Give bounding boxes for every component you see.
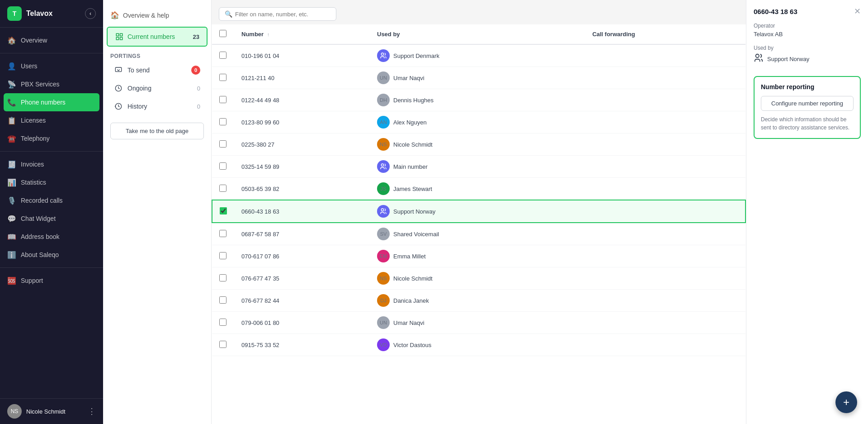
sidebar-item-address-book[interactable]: 📖 Address book xyxy=(0,228,103,246)
table-row[interactable]: 076-677 47 35 NS Nicole Schmidt xyxy=(212,267,745,290)
row-checkbox[interactable] xyxy=(219,252,226,259)
pbx-icon: 📡 xyxy=(7,80,16,89)
table-row[interactable]: 0122-44 49 48 DH Dennis Hughes xyxy=(212,89,745,111)
number-column-header[interactable]: Number ↑ xyxy=(234,24,370,44)
recorded-calls-icon: 🎙️ xyxy=(7,196,16,205)
table-row[interactable]: 0225-380 27 NS Nicole Schmidt xyxy=(212,133,745,156)
phone-icon: 📞 xyxy=(7,98,16,107)
used-by-section: Used by Support Norway xyxy=(754,45,861,65)
portings-to-send-item[interactable]: To send 0 xyxy=(107,61,208,79)
svg-point-8 xyxy=(381,164,383,166)
call-forwarding-cell xyxy=(585,245,745,267)
used-by-name: Shared Voicemail xyxy=(393,231,439,238)
row-checkbox[interactable] xyxy=(219,96,226,103)
sidebar-item-pbx-services[interactable]: 📡 PBX Services xyxy=(0,75,103,93)
sidebar-item-label: Invoices xyxy=(21,161,44,168)
sidebar-item-label: Licenses xyxy=(21,117,46,124)
sidebar-item-chat-widget[interactable]: 💬 Chat Widget xyxy=(0,210,103,228)
table-row[interactable]: 070-617 07 86 EM Emma Millet xyxy=(212,245,745,267)
user-avatar xyxy=(377,160,390,173)
user-avatar: NS xyxy=(377,138,390,151)
row-checkbox[interactable] xyxy=(219,230,226,237)
row-checkbox[interactable] xyxy=(219,319,226,326)
sidebar-item-telephony[interactable]: ☎️ Telephony xyxy=(0,129,103,148)
row-checkbox[interactable] xyxy=(219,74,226,81)
user-menu-button[interactable]: ⋮ xyxy=(88,406,96,416)
sidebar-item-label: Overview xyxy=(21,37,47,44)
used-by-label: Used by xyxy=(754,45,861,51)
sidebar-item-about-saleqo[interactable]: ℹ️ About Saleqo xyxy=(0,246,103,264)
close-button[interactable]: ✕ xyxy=(854,7,861,15)
sidebar-item-recorded-calls[interactable]: 🎙️ Recorded calls xyxy=(0,191,103,210)
sidebar-item-overview[interactable]: 🏠 Overview xyxy=(0,31,103,49)
row-checkbox[interactable] xyxy=(219,341,226,348)
sidebar-item-licenses[interactable]: 📋 Licenses xyxy=(0,111,103,129)
sidebar-header: T Telavox ‹ xyxy=(0,0,103,28)
sidebar-collapse-button[interactable]: ‹ xyxy=(85,8,96,19)
configure-number-reporting-button[interactable]: Configure number reporting xyxy=(761,96,854,111)
row-checkbox-cell xyxy=(212,178,234,200)
sidebar-item-label: Support xyxy=(21,277,43,284)
sidebar-footer: NS Nicole Schmidt ⋮ xyxy=(0,398,103,424)
row-checkbox[interactable] xyxy=(219,118,226,125)
table-row[interactable]: 0123-80 99 60 AN Alex Nguyen xyxy=(212,111,745,133)
used-by-name: James Stewart xyxy=(393,186,432,192)
used-by-name: Emma Millet xyxy=(393,253,426,260)
row-checkbox[interactable] xyxy=(219,52,226,59)
row-checkbox-cell xyxy=(212,223,234,245)
used-by-cell: VD Victor Dastous xyxy=(370,334,585,356)
table-row[interactable]: 0121-211 40 UN Umar Naqvi xyxy=(212,67,745,89)
portings-ongoing-item[interactable]: Ongoing 0 xyxy=(107,79,208,97)
current-numbers-icon xyxy=(115,32,124,41)
table-row[interactable]: 0325-14 59 89 Main number xyxy=(212,156,745,178)
sort-icon: ↑ xyxy=(267,32,270,37)
select-all-checkbox[interactable] xyxy=(219,30,226,37)
used-by-name: Support Norway xyxy=(393,208,435,215)
row-checkbox[interactable] xyxy=(219,140,226,148)
row-checkbox[interactable] xyxy=(219,274,226,281)
row-checkbox[interactable] xyxy=(219,162,226,170)
sidebar-item-users[interactable]: 👤 Users xyxy=(0,57,103,75)
sidebar-item-statistics[interactable]: 📊 Statistics xyxy=(0,173,103,191)
used-by-name: Dennis Hughes xyxy=(393,97,434,104)
sidebar-item-phone-numbers[interactable]: 📞 Phone numbers xyxy=(4,93,99,111)
current-numbers-item[interactable]: Current numbers 23 xyxy=(107,27,208,47)
row-checkbox[interactable] xyxy=(219,185,226,192)
licenses-icon: 📋 xyxy=(7,116,16,125)
operator-label: Operator xyxy=(754,23,861,29)
table-row[interactable]: 0660-43 18 63 Support Norway xyxy=(212,200,745,223)
search-input[interactable] xyxy=(235,11,330,18)
table-row[interactable]: 0503-65 39 82 JS James Stewart xyxy=(212,178,745,200)
to-send-label: To send xyxy=(127,67,150,74)
svg-rect-0 xyxy=(116,33,118,36)
svg-point-9 xyxy=(381,209,383,211)
number-cell: 010-196 01 04 xyxy=(234,44,370,67)
overview-help-item[interactable]: 🏠 Overview & help xyxy=(103,7,211,27)
add-button[interactable]: + xyxy=(835,391,857,413)
operator-section: Operator Telavox AB xyxy=(754,23,861,38)
number-cell: 0121-211 40 xyxy=(234,67,370,89)
sidebar-item-label: Phone numbers xyxy=(21,99,66,106)
used-by-cell: DH Dennis Hughes xyxy=(370,89,585,111)
used-by-cell: NS Nicole Schmidt xyxy=(370,133,585,156)
table-row[interactable]: 076-677 82 44 DJ Danica Janek xyxy=(212,290,745,312)
table-row[interactable]: 0915-75 33 52 VD Victor Dastous xyxy=(212,334,745,356)
row-checkbox[interactable] xyxy=(220,207,227,214)
secondary-sidebar: 🏠 Overview & help Current numbers 23 Por… xyxy=(103,0,212,424)
number-cell: 0660-43 18 63 xyxy=(234,200,370,223)
sidebar-nav: 🏠 Overview 👤 Users 📡 PBX Services 📞 Phon… xyxy=(0,28,103,398)
sidebar-item-label: Chat Widget xyxy=(21,215,56,222)
portings-history-item[interactable]: History 0 xyxy=(107,97,208,115)
call-forwarding-column-header: Call forwarding xyxy=(585,24,745,44)
numbers-table: Number ↑ Used by Call forwarding 010-196… xyxy=(212,24,746,356)
group-icon xyxy=(754,53,764,65)
sidebar-item-invoices[interactable]: 🧾 Invoices xyxy=(0,155,103,173)
row-checkbox[interactable] xyxy=(219,296,226,304)
sidebar-item-support[interactable]: 🆘 Support xyxy=(0,272,103,290)
table-row[interactable]: 079-006 01 80 UN Umar Naqvi xyxy=(212,312,745,334)
table-row[interactable]: 010-196 01 04 Support Denmark xyxy=(212,44,745,67)
app-logo: T xyxy=(7,6,22,21)
table-row[interactable]: 0687-67 58 87 SV Shared Voicemail xyxy=(212,223,745,245)
row-checkbox-cell xyxy=(212,200,234,223)
old-page-button[interactable]: Take me to the old page xyxy=(110,123,204,139)
